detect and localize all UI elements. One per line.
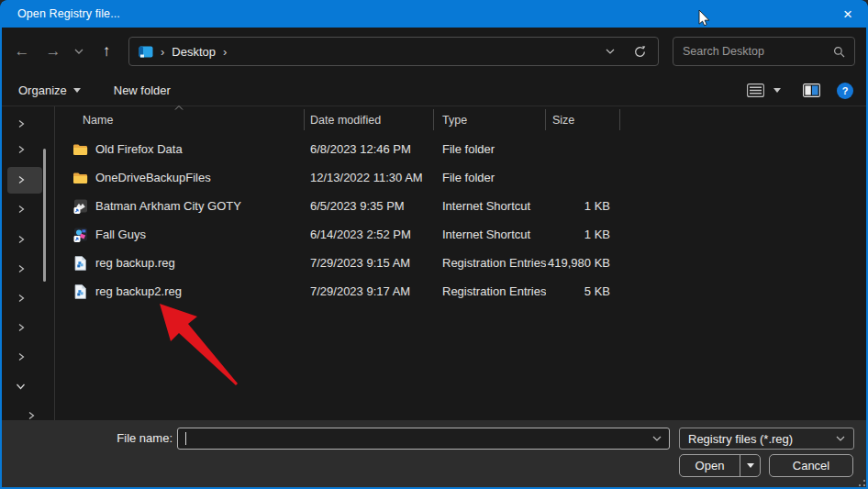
new-folder-label: New folder (114, 83, 171, 97)
cancel-button-label: Cancel (793, 459, 829, 472)
file-list: Name Date modified Type Size Old Firefox… (55, 106, 868, 420)
close-icon: × (843, 6, 852, 22)
file-row[interactable]: Fall Guys 6/14/2023 2:52 PM Internet Sho… (55, 220, 868, 249)
file-size: 1 KB (546, 228, 620, 241)
file-type: File folder (434, 142, 546, 156)
file-name-dropdown-icon[interactable] (652, 436, 662, 441)
forward-button[interactable]: → (39, 28, 68, 75)
tree-expander-expanded-icon[interactable] (14, 381, 27, 392)
file-date: 6/8/2023 12:46 PM (305, 142, 434, 156)
tree-scrollbar-thumb[interactable] (43, 149, 46, 282)
file-date: 7/29/2023 9:15 AM (305, 256, 434, 270)
help-icon: ? (842, 85, 849, 96)
batman-shortcut-icon (72, 199, 88, 214)
tree-expander-icon[interactable] (15, 322, 28, 333)
file-name: Fall Guys (95, 228, 146, 241)
tree-expander-icon[interactable] (15, 204, 28, 215)
up-icon: ↑ (103, 42, 111, 61)
registry-file-icon (72, 284, 88, 299)
file-type-select[interactable]: Registry files (*.reg) (679, 428, 854, 450)
up-button[interactable]: ↑ (92, 28, 121, 75)
tree-expander-icon[interactable] (15, 263, 28, 274)
column-header-name[interactable]: Name (55, 109, 305, 130)
recent-locations-button[interactable] (68, 28, 90, 75)
open-split-dropdown[interactable] (740, 455, 760, 476)
open-registry-file-dialog: Open Registry file... × ← → ↑ › Desktop … (0, 0, 868, 489)
column-header-size[interactable]: Size (546, 109, 620, 130)
tree-expander-icon[interactable] (15, 351, 28, 362)
column-header-date-modified[interactable]: Date modified (305, 109, 434, 130)
file-size: 5 KB (546, 284, 620, 298)
search-icon (833, 46, 845, 58)
file-type: Registration Entries (434, 284, 546, 298)
navigation-bar: ← → ↑ › Desktop › (0, 28, 868, 75)
refresh-icon[interactable] (633, 45, 647, 59)
file-size: 419,980 KB (546, 256, 620, 270)
view-options-dropdown-icon[interactable] (773, 88, 781, 93)
file-date: 6/14/2023 2:52 PM (305, 228, 434, 241)
file-row[interactable]: reg backup2.reg 7/29/2023 9:17 AM Regist… (55, 277, 868, 306)
tree-expander-icon[interactable] (15, 174, 28, 185)
file-row[interactable]: Old Firefox Data 6/8/2023 12:46 PM File … (55, 135, 868, 163)
file-date: 6/5/2023 9:35 PM (305, 199, 434, 213)
organize-label: Organize (18, 83, 67, 97)
forward-icon: → (46, 42, 61, 61)
file-date: 12/13/2022 11:30 AM (305, 171, 434, 184)
file-date: 7/29/2023 9:17 AM (305, 284, 434, 298)
file-name-input[interactable] (186, 432, 652, 446)
file-type: File folder (434, 171, 546, 184)
help-button[interactable]: ? (837, 83, 853, 99)
file-name: Batman Arkham City GOTY (95, 199, 241, 213)
tree-expander-icon[interactable] (15, 118, 28, 129)
fallguys-shortcut-icon (72, 228, 88, 242)
tree-expander-icon[interactable] (15, 293, 28, 304)
breadcrumb-separator[interactable]: › (216, 45, 234, 59)
organize-button[interactable]: Organize (18, 83, 81, 97)
dropdown-triangle-icon (73, 88, 81, 93)
sort-ascending-icon (174, 106, 184, 110)
dialog-body: Name Date modified Type Size Old Firefox… (0, 106, 868, 420)
new-folder-button[interactable]: New folder (114, 83, 171, 97)
back-button[interactable]: ← (7, 28, 37, 75)
search-input[interactable] (683, 45, 833, 58)
cancel-button[interactable]: Cancel (769, 454, 853, 477)
file-name: reg backup2.reg (95, 284, 182, 298)
chevron-down-icon (74, 49, 83, 54)
dropdown-triangle-icon (747, 463, 754, 468)
breadcrumb-location[interactable]: Desktop (172, 45, 216, 59)
column-headers: Name Date modified Type Size (55, 109, 868, 130)
file-row[interactable]: Batman Arkham City GOTY 6/5/2023 9:35 PM… (55, 192, 868, 220)
search-box (673, 37, 855, 66)
folder-icon (72, 171, 88, 185)
title-bar[interactable]: Open Registry file... × (0, 0, 868, 28)
open-button[interactable]: Open (679, 454, 761, 477)
address-bar[interactable]: › Desktop › (128, 37, 659, 66)
file-type: Registration Entries (434, 256, 546, 270)
file-name-label: File name: (83, 431, 172, 445)
open-button-label: Open (680, 459, 740, 472)
file-row[interactable]: reg backup.reg 7/29/2023 9:15 AM Registr… (55, 249, 868, 277)
address-dropdown-icon[interactable] (606, 49, 615, 54)
file-name: OneDriveBackupFiles (95, 171, 211, 184)
dialog-footer: File name: Registry files (*.reg) Open C… (0, 420, 868, 489)
back-icon: ← (15, 42, 30, 61)
registry-file-icon (72, 256, 88, 271)
file-type: Internet Shortcut (434, 228, 546, 241)
close-button[interactable]: × (828, 0, 868, 28)
column-header-type[interactable]: Type (434, 109, 546, 130)
window-title: Open Registry file... (0, 7, 120, 20)
navigation-tree (0, 106, 55, 420)
file-type: Internet Shortcut (434, 199, 546, 213)
file-name: reg backup.reg (95, 256, 175, 270)
breadcrumb-separator: › (153, 45, 172, 59)
tree-expander-icon[interactable] (15, 144, 28, 155)
file-size: 1 KB (546, 199, 620, 213)
command-toolbar: Organize New folder ? (0, 75, 868, 106)
preview-pane-icon[interactable] (803, 83, 820, 97)
tree-expander-icon[interactable] (15, 234, 28, 245)
folder-icon (72, 142, 88, 157)
file-type-value: Registry files (*.reg) (688, 432, 793, 446)
file-row[interactable]: OneDriveBackupFiles 12/13/2022 11:30 AM … (55, 163, 868, 192)
resize-grip[interactable] (856, 477, 865, 486)
details-view-icon[interactable] (747, 83, 764, 97)
